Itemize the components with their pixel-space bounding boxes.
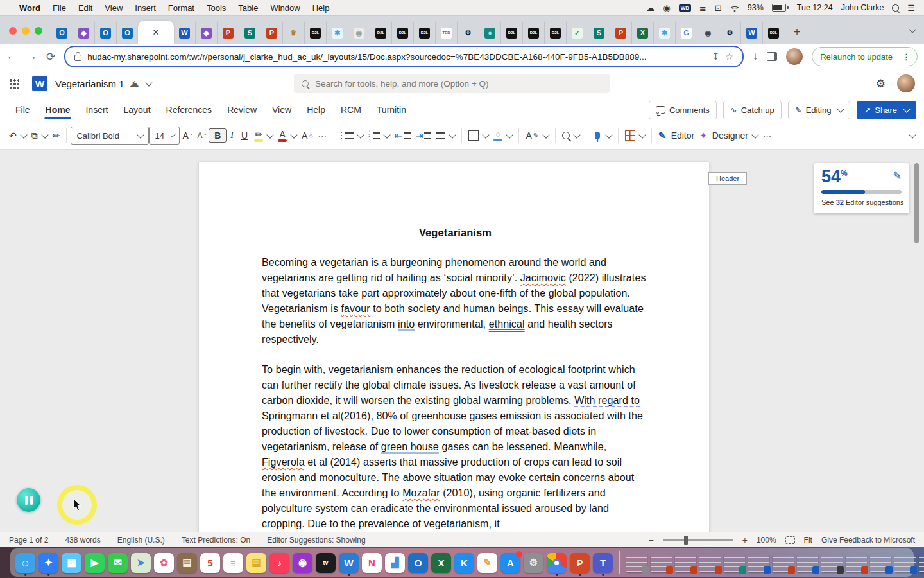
account-avatar[interactable] [897,74,915,92]
menu-item-window[interactable]: Window [270,3,300,13]
menu-item-insert[interactable]: Insert [135,3,156,13]
pinned-tab-green-check[interactable]: ✓ [566,22,588,44]
tab-search-chevron[interactable] [907,24,915,36]
shrink-font-button[interactable]: Aˇ [194,128,209,143]
dock-teams[interactable]: T [593,553,613,573]
dock-minimized-window[interactable] [724,554,745,572]
catch-up-button[interactable]: ∿ Catch up [723,101,782,119]
dock-app-store[interactable]: A [501,553,520,573]
dock-facetime[interactable]: ▶ [85,553,105,573]
status-english-u-s-[interactable]: English (U.S.) [117,536,165,545]
dock-finder[interactable]: ☺ [15,553,35,573]
pinned-tab-d2l[interactable]: D2L [501,22,522,44]
dock-minimized-window[interactable] [773,554,794,572]
dock-minimized-window[interactable] [821,554,843,572]
shading-button[interactable]: ◌ [491,128,515,144]
ribbon-tab-home[interactable]: Home [38,100,78,120]
italic-button[interactable]: I [227,129,237,142]
dock-photos-app[interactable]: ▦ [62,553,81,573]
dock-photos[interactable]: ✿ [154,553,174,573]
zoom-slider-thumb[interactable] [684,536,688,545]
zoom-out-button[interactable]: − [649,535,654,545]
dock-minimized-window[interactable] [797,554,818,572]
pinned-tab-sharepoint[interactable]: S [239,22,261,44]
status-ring-icon[interactable]: ◉ [663,3,670,13]
ribbon-tab-turnitin[interactable]: Turnitin [369,100,414,120]
dock-minimized-window[interactable] [651,554,672,572]
dock-chrome[interactable] [547,553,567,573]
dock-podcasts[interactable]: ◉ [293,553,312,573]
pinned-tab-outlook[interactable]: O [51,22,73,44]
wd-drive-icon[interactable]: WD [679,4,691,12]
side-panel-icon[interactable] [767,52,777,61]
pinned-tab-ted[interactable]: TED [435,22,457,44]
comments-button[interactable]: Comments [649,101,717,119]
dock-minimized-window[interactable] [919,554,924,572]
active-tab[interactable]: ✕ [138,21,174,44]
dock-safari[interactable]: ✦ [38,553,58,573]
pinned-tab-teal-app[interactable]: ● [479,22,501,44]
status-editor-suggestions-showing[interactable]: Editor Suggestions: Showing [267,536,365,545]
paragraph[interactable]: To begin with, vegetarianism enhances th… [262,362,649,532]
status-page-1-of-2[interactable]: Page 1 of 2 [9,536,48,545]
menu-item-view[interactable]: View [105,3,123,13]
wifi-icon[interactable] [730,4,739,12]
dock-minimized-window[interactable] [870,554,891,572]
forward-button[interactable]: → [26,50,37,63]
pinned-tab-loop[interactable]: ◆ [73,22,94,44]
menu-item-format[interactable]: Format [168,3,194,13]
bookmark-star-icon[interactable]: ☆ [725,51,733,62]
battery-icon[interactable] [772,4,789,12]
pinned-tab-blue-star[interactable]: ✱ [326,22,348,44]
document-text[interactable]: Vegetarianism Becoming a vegetarian is a… [262,225,649,532]
dock-stocks[interactable]: ▟ [385,553,405,573]
document-page[interactable]: Vegetarianism Becoming a vegetarian is a… [199,162,709,532]
borders-button[interactable] [466,128,491,143]
ribbon-tab-insert[interactable]: Insert [78,100,116,120]
pinned-tab-google[interactable]: G [675,22,697,44]
pinned-tab-d2l[interactable]: D2L [544,22,566,44]
document-title[interactable]: Vegetarianism 1 [55,78,124,89]
tab-close-icon[interactable]: ✕ [153,28,160,37]
pinned-tab-d2l[interactable]: D2L [391,22,413,44]
pinned-tab-outlook[interactable]: O [116,22,138,44]
pinned-tab-d2l[interactable]: D2L [413,22,435,44]
numbered-list-button[interactable]: 123 [366,127,392,145]
pinned-tab-dark-circle[interactable]: ◉ [697,22,719,44]
clear-formatting-button[interactable]: A◇ [299,128,316,143]
dock-excel[interactable]: X [431,553,451,573]
pinned-tab-d2l[interactable]: D2L [762,22,784,44]
document-heading[interactable]: Vegetarianism [262,225,649,240]
downloads-icon[interactable]: ↓ [753,50,758,63]
dock-notes[interactable]: ▤ [246,553,266,573]
browser-profile-avatar[interactable] [786,48,803,65]
font-color-button[interactable]: A [275,127,299,144]
menu-clock[interactable]: Tue 12:24 [797,3,833,12]
dock-minimized-window[interactable] [675,554,696,572]
pinned-tab-powerpoint[interactable]: P [217,22,239,44]
share-page-icon[interactable]: ↧ [712,51,719,62]
ribbon-tab-review[interactable]: Review [219,100,264,120]
vertical-scrollbar[interactable] [914,163,919,243]
saved-to-cloud-icon[interactable]: ☁✓ [130,78,139,89]
menu-item-table[interactable]: Table [238,3,258,13]
pinned-tab-powerpoint[interactable]: P [610,22,631,44]
dock-music[interactable]: ♪ [270,553,289,573]
settings-gear-icon[interactable]: ⚙ [876,77,886,91]
increase-indent-button[interactable]: ⇥ [413,128,434,143]
user-name[interactable]: John Clarke [841,3,884,12]
pinned-tab-blue-star[interactable]: ✱ [653,22,675,44]
pinned-tab-d2l[interactable]: D2L [304,22,326,44]
dock-outlook[interactable]: O [408,553,428,573]
app-launcher-icon[interactable] [9,78,19,89]
ribbon-tab-file[interactable]: File [8,100,38,120]
url-text[interactable]: hudac-my.sharepoint.com/:w:/r/personal/j… [87,52,706,62]
dock-minimized-window[interactable] [699,554,721,572]
ribbon-tab-rcm[interactable]: RCM [333,100,369,120]
pinned-tab-powerpoint[interactable]: P [261,22,282,44]
display-mirroring-icon[interactable]: ⊡ [715,3,722,13]
editor-suggestions-link[interactable]: See 32 Editor suggestions [821,198,902,206]
alignment-button[interactable] [434,130,458,142]
editor-button[interactable]: ✎ Editor [656,128,697,143]
dock-minimized-window[interactable] [894,554,916,572]
